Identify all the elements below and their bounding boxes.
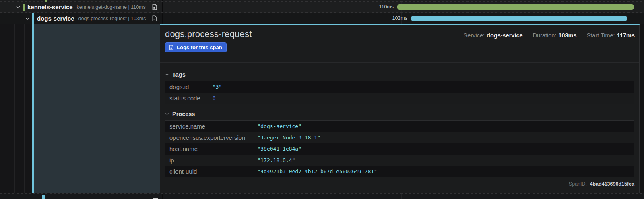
span-detail-meta: Service: dogs-service Duration: 103ms St…: [464, 32, 635, 39]
column-divider: [162, 194, 163, 199]
tags-header-label: Tags: [172, 71, 186, 78]
process-value: "Jaeger-Node-3.18.1": [253, 132, 634, 143]
timeline-gridline: [283, 194, 283, 199]
selected-span-highlight: [34, 24, 160, 193]
collapse-chevron-icon[interactable]: [25, 16, 30, 21]
indent-guides: [0, 24, 34, 193]
table-row: host.name "38e041f1e84a": [165, 143, 634, 155]
process-key: opencensus.exporterversion: [165, 132, 254, 143]
column-divider: [162, 2, 163, 12]
table-row: dogs.id "3": [165, 81, 634, 93]
operation-name: dogs.process-request | 103ms: [78, 16, 146, 21]
process-value: "172.18.0.4": [253, 155, 634, 166]
process-header-label: Process: [172, 111, 195, 117]
table-row: status.code 0: [165, 93, 634, 104]
span-color-marker: [23, 4, 25, 11]
column-divider: [162, 0, 163, 1]
tags-section-header[interactable]: Tags: [165, 71, 634, 78]
jaeger-trace-view: kennels-service kennels.get-dog-name | 1…: [0, 0, 644, 199]
table-row: opencensus.exporterversion "Jaeger-Node-…: [165, 132, 634, 143]
process-value: "4d4921b3-0ed7-4b12-b67d-e56036491281": [253, 166, 634, 177]
timeline-gridline: [283, 2, 283, 12]
table-row: service.name "dogs-service": [165, 121, 634, 132]
duration-value: 103ms: [558, 32, 576, 39]
process-value: "38e041f1e84a": [253, 143, 634, 155]
table-row: client-uuid "4d4921b3-0ed7-4b12-b67d-e56…: [165, 166, 634, 177]
span-timeline-bar-kennels[interactable]: [397, 4, 634, 10]
timeline-gridline: [520, 194, 520, 199]
indent-guide: [14, 24, 15, 193]
process-value: "dogs-service": [253, 121, 634, 132]
process-key: ip: [165, 155, 254, 166]
span-row-kennels-service[interactable]: kennels-service kennels.get-dog-name | 1…: [0, 2, 644, 13]
span-id-value: 4bad413696d15fea: [590, 181, 635, 187]
duration-label: Duration:: [533, 32, 557, 39]
span-duration-label: 103ms: [379, 15, 407, 21]
table-row: ip "172.18.0.4": [165, 155, 634, 166]
tag-value: "3": [208, 81, 634, 93]
span-color-marker: [42, 195, 45, 199]
span-row-partial-bottom[interactable]: [0, 193, 644, 199]
collapse-chevron-icon[interactable]: [15, 4, 21, 10]
timeline-gridline: [283, 13, 283, 24]
logs-button-label: Logs for this span: [177, 44, 222, 50]
service-name: kennels-service: [27, 4, 73, 10]
timeline-gridline: [401, 194, 402, 199]
process-table: service.name "dogs-service" opencensus.e…: [165, 120, 634, 177]
meta-divider: [528, 32, 528, 39]
logs-for-span-button[interactable]: Logs for this span: [165, 42, 227, 52]
service-name: dogs-service: [37, 15, 74, 22]
tags-table: dogs.id "3" status.code 0: [165, 81, 634, 104]
meta-divider: [582, 32, 582, 39]
tag-value: 0: [208, 93, 634, 104]
start-time-value: 117ms: [617, 32, 635, 39]
detail-divider: [160, 62, 639, 63]
indent-guide: [24, 24, 25, 193]
process-key: service.name: [165, 121, 254, 132]
process-section-header[interactable]: Process: [165, 111, 634, 117]
service-value: dogs-service: [487, 32, 522, 39]
logs-icon: [169, 45, 174, 50]
span-id-line: SpanID: 4bad413696d15fea: [165, 181, 634, 187]
tag-key: status.code: [165, 93, 208, 104]
chevron-down-icon: [165, 112, 169, 116]
span-id-label: SpanID:: [569, 181, 587, 187]
start-time-label: Start Time:: [587, 32, 615, 39]
process-key: host.name: [165, 143, 254, 155]
span-timeline-bar-dogs[interactable]: [411, 16, 627, 21]
chevron-down-icon: [165, 73, 169, 77]
span-detail-panel: dogs.process-request Service: dogs-servi…: [160, 24, 640, 193]
logs-icon[interactable]: [151, 15, 158, 22]
span-row-labels: dogs-service dogs.process-request | 103m…: [37, 13, 146, 24]
span-row-dogs-service[interactable]: dogs-service dogs.process-request | 103m…: [0, 13, 644, 24]
selected-span-color-bar: [32, 13, 34, 193]
indent-guide: [5, 24, 5, 193]
span-row-labels: kennels-service kennels.get-dog-name | 1…: [27, 2, 146, 12]
column-divider: [162, 13, 163, 24]
operation-name: kennels.get-dog-name | 110ms: [77, 4, 146, 10]
tag-key: dogs.id: [165, 81, 208, 93]
span-duration-label: 110ms: [365, 4, 394, 10]
logs-icon[interactable]: [151, 4, 158, 10]
service-label: Service:: [464, 32, 485, 39]
process-key: client-uuid: [165, 166, 254, 177]
scrollbar-track[interactable]: [640, 24, 644, 199]
